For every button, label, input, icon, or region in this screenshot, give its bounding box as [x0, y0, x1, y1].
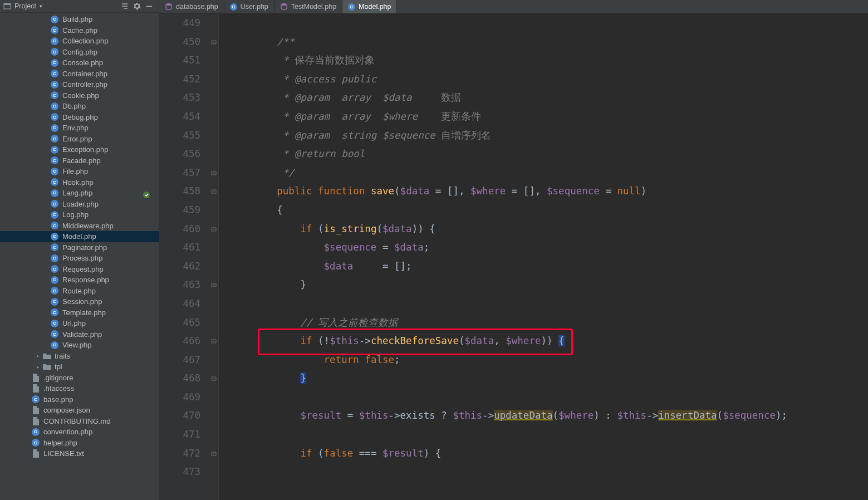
- tree-file-label: Exception.php: [62, 145, 108, 154]
- editor-tab[interactable]: CUser.php: [224, 0, 274, 13]
- tree-file[interactable]: CResponse.php: [0, 274, 159, 286]
- code-line[interactable]: [230, 14, 868, 33]
- code-editor[interactable]: /** * 保存当前数据对象 * @access public * @param…: [219, 14, 868, 500]
- fold-icon[interactable]: [210, 375, 217, 382]
- code-line[interactable]: if (false === $result) {: [230, 444, 868, 463]
- fold-icon[interactable]: [210, 450, 217, 457]
- code-line[interactable]: * @param string $sequence 自增序列名: [230, 126, 868, 145]
- code-line[interactable]: [230, 425, 868, 444]
- tree-file[interactable]: CUrl.php: [0, 318, 159, 329]
- fold-icon[interactable]: [210, 226, 217, 233]
- editor-pane: database.phpCUser.phpTestModel.phpCModel…: [159, 0, 868, 500]
- svg-point-4: [281, 3, 287, 6]
- code-line[interactable]: [230, 388, 868, 407]
- tree-file[interactable]: CException.php: [0, 144, 159, 155]
- code-line[interactable]: if (is_string($data)) {: [230, 220, 868, 239]
- code-line[interactable]: */: [230, 164, 868, 183]
- code-line[interactable]: $data = [];: [230, 257, 868, 276]
- tree-file[interactable]: CDb.php: [0, 101, 159, 112]
- code-line[interactable]: * @return bool: [230, 145, 868, 164]
- tree-file[interactable]: CPaginator.php: [0, 242, 159, 253]
- code-line[interactable]: }: [230, 369, 868, 388]
- gear-icon[interactable]: [131, 1, 143, 12]
- code-line[interactable]: * 保存当前数据对象: [230, 51, 868, 70]
- tree-file[interactable]: CLang.php: [0, 188, 159, 199]
- tree-file[interactable]: CCollection.php: [0, 36, 159, 47]
- tree-file[interactable]: CRoute.php: [0, 286, 159, 297]
- fold-icon[interactable]: [210, 188, 217, 195]
- code-line[interactable]: public function save($data = [], $where …: [230, 182, 868, 201]
- tree-folder[interactable]: ▸traits: [0, 351, 159, 362]
- tree-file[interactable]: .gitignore: [0, 372, 159, 384]
- tab-label: database.php: [176, 3, 218, 11]
- tree-file[interactable]: CModel.php: [0, 231, 159, 242]
- toolbar-btn-scroll[interactable]: [119, 1, 131, 12]
- tree-file-label: Error.php: [62, 135, 92, 143]
- tree-file[interactable]: CMiddleware.php: [0, 220, 159, 232]
- editor-tab[interactable]: TestModel.php: [274, 0, 342, 13]
- tab-label: User.php: [241, 3, 268, 11]
- tree-file[interactable]: LICENSE.txt: [0, 448, 159, 459]
- fold-icon[interactable]: [210, 282, 217, 288]
- tree-file[interactable]: CCache.php: [0, 25, 159, 36]
- fold-icon[interactable]: [210, 170, 217, 177]
- tree-file[interactable]: CError.php: [0, 134, 159, 145]
- tree-file[interactable]: CController.php: [0, 79, 159, 90]
- code-line[interactable]: [230, 463, 868, 482]
- gutter-db-icon[interactable]: [143, 187, 151, 206]
- tree-file[interactable]: CConsole.php: [0, 57, 159, 68]
- code-line[interactable]: [230, 295, 868, 313]
- tree-file[interactable]: CConfig.php: [0, 47, 159, 58]
- fold-icon[interactable]: [210, 39, 217, 46]
- tree-file[interactable]: CValidate.php: [0, 329, 159, 340]
- tree-file[interactable]: Cbase.php: [0, 394, 159, 405]
- code-line[interactable]: * @access public: [230, 70, 868, 89]
- fold-icon[interactable]: [210, 338, 217, 345]
- tree-file-label: Model.php: [62, 232, 96, 241]
- tree-file[interactable]: CTemplate.php: [0, 307, 159, 318]
- tree-file[interactable]: CContainer.php: [0, 68, 159, 80]
- tree-file-label: Build.php: [62, 15, 92, 23]
- tree-file-label: .gitignore: [43, 374, 73, 382]
- tree-folder[interactable]: ▸tpl: [0, 361, 159, 372]
- tree-file[interactable]: CBuild.php: [0, 14, 159, 25]
- editor-tab[interactable]: CModel.php: [342, 0, 397, 13]
- tree-file-label: Console.php: [62, 58, 103, 67]
- project-tree[interactable]: CBuild.phpCCache.phpCCollection.phpCConf…: [0, 13, 159, 500]
- highlight-box: [258, 329, 573, 355]
- tree-file-label: Url.php: [62, 319, 86, 327]
- tree-file[interactable]: CRequest.php: [0, 264, 159, 275]
- tree-file[interactable]: CONTRIBUTING.md: [0, 416, 159, 427]
- code-line[interactable]: * @param array $data 数据: [230, 89, 868, 107]
- minimize-icon[interactable]: [143, 1, 155, 12]
- tree-file-label: Route.php: [62, 287, 96, 295]
- code-line[interactable]: $sequence = $data;: [230, 238, 868, 257]
- code-line[interactable]: /**: [230, 33, 868, 52]
- tab-icon: C: [230, 3, 237, 11]
- tree-file[interactable]: CEnv.php: [0, 122, 159, 134]
- tree-file[interactable]: CLog.php: [0, 209, 159, 220]
- tree-file[interactable]: CCookie.php: [0, 90, 159, 101]
- tree-file-label: Db.php: [62, 102, 86, 110]
- code-line[interactable]: }: [230, 276, 868, 295]
- tree-file[interactable]: CSession.php: [0, 296, 159, 307]
- tree-file[interactable]: CDebug.php: [0, 112, 159, 123]
- tree-file[interactable]: Cconvention.php: [0, 427, 159, 438]
- tree-file[interactable]: CView.php: [0, 340, 159, 351]
- code-line[interactable]: * @param array $where 更新条件: [230, 107, 868, 126]
- tree-file[interactable]: composer.json: [0, 405, 159, 416]
- tree-file[interactable]: CProcess.php: [0, 253, 159, 264]
- tree-file[interactable]: CHook.php: [0, 177, 159, 188]
- tree-folder-label: traits: [55, 352, 70, 360]
- tree-file[interactable]: CLoader.php: [0, 199, 159, 210]
- tree-file[interactable]: Chelper.php: [0, 438, 159, 449]
- tab-icon: [280, 3, 288, 11]
- tree-file[interactable]: CFacade.php: [0, 155, 159, 166]
- tree-file[interactable]: .htaccess: [0, 383, 159, 394]
- tree-file-label: Container.php: [62, 70, 107, 78]
- tree-file[interactable]: CFile.php: [0, 166, 159, 177]
- code-line[interactable]: $result = $this->exists ? $this->updateD…: [230, 406, 868, 425]
- code-line[interactable]: {: [230, 201, 868, 220]
- editor-tab[interactable]: database.php: [159, 0, 224, 13]
- project-dropdown-chevron[interactable]: ▾: [40, 3, 42, 9]
